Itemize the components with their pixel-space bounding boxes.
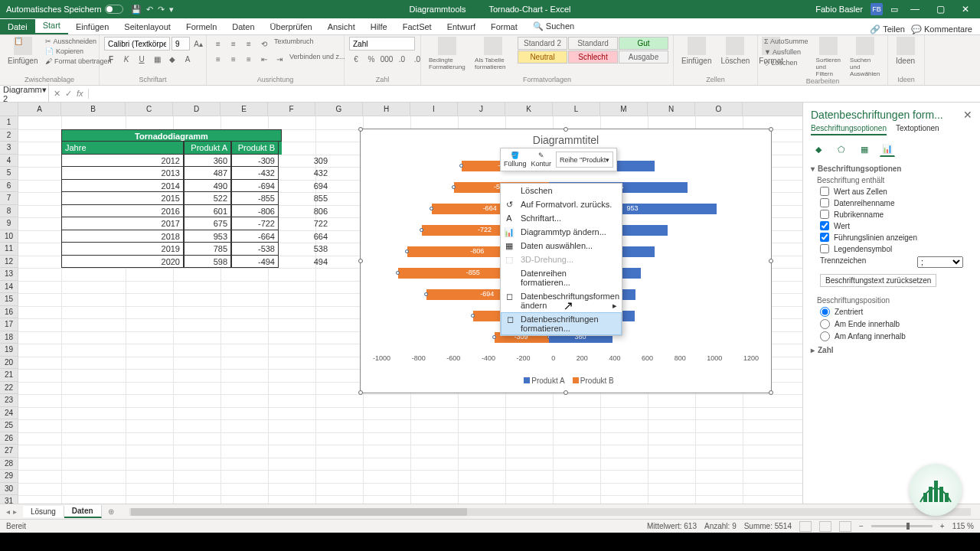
close-pane-icon[interactable]: ✕ [963, 109, 972, 121]
row-header[interactable]: 28 [0, 458, 18, 471]
comma-icon[interactable]: 000 [380, 52, 394, 66]
border-button[interactable]: ▦ [150, 52, 164, 66]
find-select-button[interactable]: Suchen und Auswählen [847, 37, 883, 77]
orientation-icon[interactable]: ⟲ [257, 37, 271, 51]
row-header[interactable]: 11 [0, 243, 18, 256]
cell[interactable]: 538 [283, 243, 331, 256]
font-name-input[interactable] [104, 37, 170, 51]
align-left-icon[interactable]: ≡ [211, 52, 225, 66]
separator-select[interactable]: ; [917, 256, 963, 268]
cell-style[interactable]: Ausgabe [619, 51, 668, 64]
sheet-tab-daten[interactable]: Daten [64, 505, 102, 518]
chk-series-name[interactable] [820, 198, 829, 207]
align-center-icon[interactable]: ≡ [227, 52, 240, 66]
fx-icon[interactable]: fx [77, 89, 83, 99]
ctx-reset-format[interactable]: ↺Auf Formatvorl. zurücks. [501, 197, 622, 211]
cell-style[interactable]: Neutral [518, 51, 567, 64]
font-size-input[interactable] [172, 37, 190, 51]
column-header[interactable]: M [600, 103, 648, 116]
cell-style[interactable]: Standard 2 [518, 37, 567, 50]
zoom-slider[interactable] [871, 525, 933, 527]
merge-button[interactable]: Verbinden und z... [288, 52, 347, 66]
ctx-format-series[interactable]: Datenreihen formatieren... [501, 266, 622, 289]
zoom-out-button[interactable]: − [859, 522, 864, 530]
worksheet-grid[interactable]: ABCDEFGHIJKLMNO 123456789101112131415161… [0, 103, 802, 504]
tab-page-layout[interactable]: Seitenlayout [116, 19, 178, 34]
tab-help[interactable]: Hilfe [363, 19, 395, 34]
column-header[interactable]: L [553, 103, 600, 116]
horizontal-scrollbar[interactable] [129, 508, 971, 516]
row-header[interactable]: 29 [0, 470, 18, 483]
chk-category-name[interactable] [820, 210, 829, 219]
row-header[interactable]: 30 [0, 483, 18, 496]
ctx-delete[interactable]: Löschen [501, 184, 622, 197]
row-header[interactable]: 10 [0, 230, 18, 243]
row-header[interactable]: 9 [0, 217, 18, 230]
add-sheet-button[interactable]: ⊕ [102, 507, 120, 516]
ctx-select-data[interactable]: ▦Daten auswählen... [501, 239, 622, 253]
tab-view[interactable]: Ansicht [320, 19, 363, 34]
section-label-options[interactable]: ▾ Beschriftungsoptionen [811, 165, 972, 173]
column-header[interactable]: O [695, 103, 743, 116]
cell-style[interactable]: Schlecht [568, 51, 618, 64]
quick-access-toolbar[interactable]: 💾 ↶ ↷ ▾ [131, 5, 174, 15]
minimize-button[interactable]: — [906, 4, 924, 15]
tab-data[interactable]: Daten [224, 19, 262, 34]
row-header[interactable]: 31 [0, 495, 18, 504]
ctx-format-labels[interactable]: ◻Datenbeschriftungen formatieren... [501, 312, 622, 335]
font-color-button[interactable]: A [181, 52, 194, 66]
cell[interactable]: 694 [283, 180, 331, 193]
italic-button[interactable]: K [119, 52, 133, 66]
row-header[interactable]: 17 [0, 318, 18, 331]
row-header[interactable]: 12 [0, 256, 18, 269]
row-header[interactable]: 2 [0, 129, 18, 142]
tab-review[interactable]: Überprüfen [263, 19, 320, 34]
radio-inside-base[interactable] [820, 331, 830, 341]
normal-view-button[interactable] [799, 521, 812, 532]
fill-color-button[interactable]: ◆ [165, 52, 179, 66]
share-button[interactable]: 🔗 Teilen [870, 24, 905, 34]
close-button[interactable]: ✕ [957, 4, 974, 15]
conditional-formatting-button[interactable]: Bedingte Formatierung [426, 37, 469, 70]
cell-style[interactable]: Standard [568, 37, 618, 50]
ribbon-display-icon[interactable]: ▭ [890, 5, 898, 15]
tab-file[interactable]: Datei [0, 19, 35, 34]
paste-button[interactable]: 📋Einfügen [5, 37, 41, 65]
qat-dropdown-icon[interactable]: ▾ [169, 5, 174, 15]
column-header[interactable]: H [363, 103, 410, 116]
increase-indent-icon[interactable]: ⇥ [273, 52, 286, 66]
cell[interactable]: 309 [283, 155, 331, 168]
row-header[interactable]: 8 [0, 205, 18, 218]
underline-button[interactable]: U [135, 52, 149, 66]
select-all-corner[interactable] [0, 103, 18, 116]
percent-icon[interactable]: % [364, 52, 378, 66]
fill-button[interactable]: 🪣Füllung [504, 152, 527, 168]
align-middle-icon[interactable]: ≡ [227, 37, 240, 51]
row-header[interactable]: 1 [0, 116, 18, 129]
sheet-tab-loesung[interactable]: Lösung [23, 506, 64, 517]
chk-leader-lines[interactable] [820, 233, 829, 242]
cell[interactable]: 664 [283, 230, 331, 243]
chk-value[interactable] [820, 221, 829, 230]
tab-search[interactable]: 🔍 Suchen [525, 18, 582, 34]
row-header[interactable]: 24 [0, 407, 18, 420]
ctx-label-shapes[interactable]: ◻Datenbeschriftungsformen ändern▸ [501, 289, 622, 312]
cell[interactable]: 722 [283, 217, 331, 230]
fill-button[interactable]: ▼ Ausfüllen [763, 47, 810, 57]
maximize-button[interactable]: ▢ [932, 4, 949, 15]
increase-decimal-icon[interactable]: .0 [395, 52, 409, 66]
row-header[interactable]: 16 [0, 306, 18, 319]
column-header[interactable]: C [126, 103, 173, 116]
row-header[interactable]: 3 [0, 142, 18, 155]
column-header[interactable]: J [458, 103, 505, 116]
chevron-down-icon[interactable]: ▾ [42, 85, 47, 103]
undo-icon[interactable]: ↶ [146, 5, 153, 15]
chk-legend-key[interactable] [820, 244, 829, 253]
tab-home[interactable]: Start [35, 18, 68, 34]
row-header[interactable]: 7 [0, 192, 18, 205]
column-header[interactable]: E [220, 103, 268, 116]
radio-inside-end[interactable] [820, 319, 830, 329]
page-layout-view-button[interactable] [819, 521, 831, 532]
reset-label-text-button[interactable]: Beschriftungstext zurücksetzen [820, 274, 936, 287]
chart-legend[interactable]: Produkt A Produkt B [361, 377, 771, 385]
